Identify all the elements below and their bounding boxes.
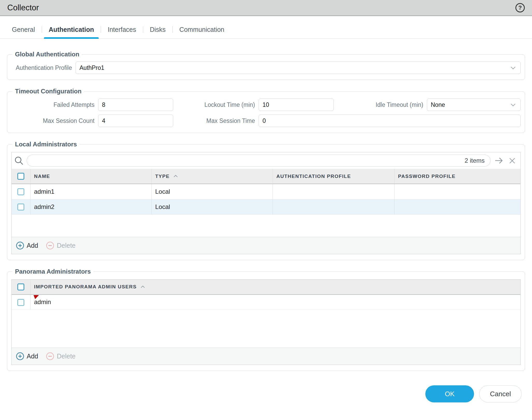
- authentication-profile-label: Authentication Profile: [11, 64, 76, 71]
- column-header-type-label: TYPE: [155, 174, 170, 179]
- tab-general-label: General: [12, 26, 35, 33]
- idle-timeout-value: None: [431, 101, 445, 108]
- max-session-count-field[interactable]: [98, 115, 173, 127]
- apply-filter-button[interactable]: [493, 156, 505, 165]
- select-all-checkbox[interactable]: [17, 283, 24, 290]
- table-actions-bar: Add Delete: [12, 237, 520, 254]
- table-empty-area: [12, 215, 520, 237]
- local-administrators-table-container: 2 items NAME: [11, 152, 521, 254]
- table-header-row: NAME TYPE AUTHENTICATION PROFILE: [12, 169, 520, 184]
- tab-disks[interactable]: Disks: [143, 23, 172, 39]
- column-header-imported-users[interactable]: IMPORTED PANORAMA ADMIN USERS: [30, 280, 520, 295]
- max-session-count-label: Max Session Count: [11, 117, 98, 124]
- fieldset-panorama-administrators: Panorama Administrators IMPORTED PANORAM…: [7, 268, 525, 371]
- search-input[interactable]: [33, 155, 465, 166]
- tab-communication-label: Communication: [179, 26, 224, 33]
- panorama-administrators-table-container: IMPORTED PANORAMA ADMIN USERS admin: [11, 279, 521, 365]
- column-header-password-profile[interactable]: PASSWORD PROFILE: [394, 169, 520, 184]
- tab-authentication-label: Authentication: [49, 26, 94, 33]
- tab-general[interactable]: General: [7, 23, 42, 39]
- cell-type: Local: [151, 199, 273, 214]
- lockout-time-field[interactable]: [259, 99, 334, 111]
- cell-type: Local: [151, 184, 273, 199]
- table-row[interactable]: admin1 Local: [12, 184, 520, 199]
- authentication-profile-select[interactable]: AuthPro1: [76, 62, 521, 74]
- local-administrators-table: NAME TYPE AUTHENTICATION PROFILE: [12, 169, 520, 215]
- plus-circle-icon: [16, 352, 24, 361]
- local-administrators-legend: Local Administrators: [12, 141, 79, 148]
- page-title: Collector: [7, 3, 39, 12]
- delete-button[interactable]: Delete: [46, 352, 75, 361]
- search-pill: 2 items: [27, 155, 491, 167]
- cell-authentication-profile: [273, 199, 394, 214]
- lockout-time-label: Lockout Time (min): [173, 101, 259, 108]
- arrow-right-icon: [494, 156, 504, 165]
- tab-authentication[interactable]: Authentication: [42, 23, 101, 39]
- fieldset-timeout-configuration: Timeout Configuration Failed Attempts Lo…: [7, 88, 525, 133]
- column-header-password-profile-label: PASSWORD PROFILE: [398, 174, 456, 179]
- column-header-name[interactable]: NAME: [30, 169, 151, 184]
- add-button-label: Add: [27, 242, 38, 249]
- table-toolbar: 2 items: [12, 152, 520, 169]
- search-icon: [14, 155, 24, 166]
- select-all-checkbox[interactable]: [17, 173, 24, 180]
- row-checkbox[interactable]: [17, 204, 24, 211]
- column-header-imported-users-label: IMPORTED PANORAMA ADMIN USERS: [34, 284, 137, 290]
- cell-password-profile: [394, 184, 520, 199]
- tab-interfaces[interactable]: Interfaces: [101, 23, 143, 39]
- cell-imported-user: admin: [30, 295, 520, 310]
- items-count-badge: 2 items: [465, 157, 485, 164]
- minus-circle-icon: [46, 352, 54, 361]
- plus-circle-icon: [16, 241, 24, 250]
- table-actions-bar: Add Delete: [12, 348, 520, 365]
- column-header-type[interactable]: TYPE: [151, 169, 273, 184]
- clear-filter-button[interactable]: [507, 157, 517, 165]
- authentication-profile-value: AuthPro1: [79, 64, 104, 71]
- max-session-time-label: Max Session Time: [173, 117, 259, 124]
- cell-name: admin1: [30, 184, 151, 199]
- cell-password-profile: [394, 199, 520, 214]
- table-row[interactable]: admin: [12, 295, 520, 310]
- dialog-footer: OK Cancel: [0, 385, 522, 402]
- delete-button-label: Delete: [57, 242, 75, 249]
- window-titlebar: Collector ?: [0, 0, 532, 16]
- sort-ascending-icon: [140, 284, 146, 290]
- add-button[interactable]: Add: [16, 241, 38, 250]
- delete-button-label: Delete: [57, 352, 75, 360]
- global-authentication-legend: Global Authentication: [12, 51, 82, 58]
- cell-name: admin2: [30, 199, 151, 214]
- sort-ascending-icon: [173, 173, 179, 179]
- active-tab-indicator: [44, 37, 99, 39]
- column-header-name-label: NAME: [34, 174, 50, 179]
- tab-disks-label: Disks: [150, 26, 166, 33]
- table-header-row: IMPORTED PANORAMA ADMIN USERS: [12, 280, 520, 295]
- chevron-down-icon: [509, 64, 517, 71]
- minus-circle-icon: [46, 241, 54, 250]
- help-icon[interactable]: ?: [515, 3, 525, 12]
- chevron-down-icon: [509, 101, 517, 108]
- column-header-authentication-profile[interactable]: AUTHENTICATION PROFILE: [273, 169, 394, 184]
- failed-attempts-label: Failed Attempts: [11, 101, 98, 108]
- row-checkbox[interactable]: [17, 188, 24, 195]
- idle-timeout-label: Idle Timeout (min): [334, 101, 427, 108]
- column-header-authentication-profile-label: AUTHENTICATION PROFILE: [276, 174, 351, 179]
- help-glyph: ?: [518, 4, 522, 11]
- fieldset-global-authentication: Global Authentication Authentication Pro…: [7, 51, 525, 80]
- failed-attempts-field[interactable]: [98, 99, 173, 111]
- table-empty-area: [12, 310, 520, 348]
- cell-imported-user-label: admin: [34, 298, 51, 305]
- cancel-button[interactable]: Cancel: [479, 385, 522, 402]
- max-session-time-field[interactable]: [259, 115, 521, 127]
- tab-communication[interactable]: Communication: [173, 23, 231, 39]
- fieldset-local-administrators: Local Administrators 2 items: [7, 141, 525, 260]
- row-checkbox[interactable]: [17, 299, 24, 306]
- add-button-label: Add: [27, 352, 38, 360]
- table-row[interactable]: admin2 Local: [12, 199, 520, 214]
- close-icon: [508, 157, 516, 165]
- add-button[interactable]: Add: [16, 352, 38, 361]
- tab-bar: General Authentication Interfaces Disks …: [0, 23, 532, 39]
- delete-button[interactable]: Delete: [46, 241, 75, 250]
- idle-timeout-select[interactable]: None: [427, 99, 521, 111]
- ok-button[interactable]: OK: [425, 385, 474, 402]
- panorama-administrators-legend: Panorama Administrators: [12, 268, 93, 275]
